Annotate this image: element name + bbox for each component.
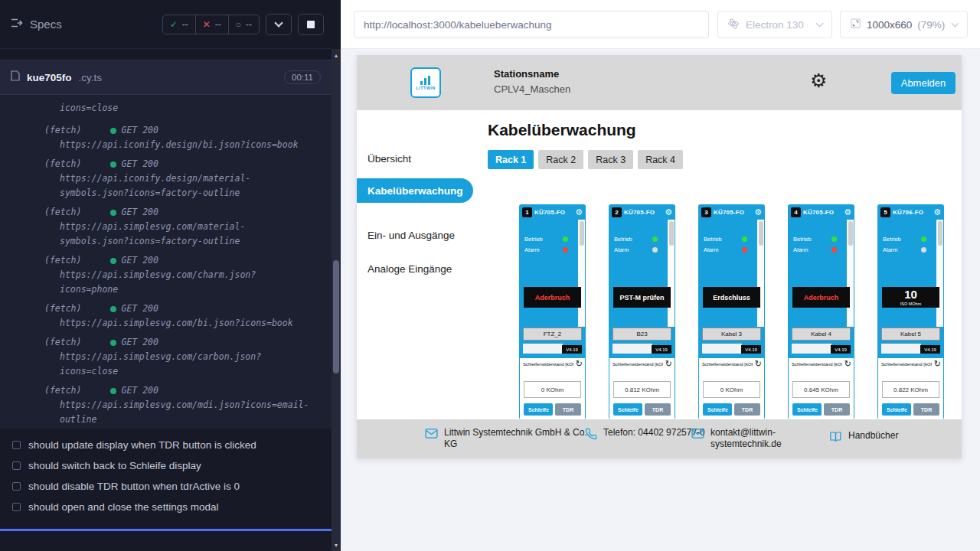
nav-kabelueberwachung[interactable]: Kabelüberwachung — [357, 178, 473, 203]
tdr-button[interactable]: TDR — [913, 403, 939, 416]
reporter-controls: ✓-- ✕-- ○-- — [162, 14, 324, 35]
measurement-label: Schleifenwiderstand [kOhm] — [792, 362, 842, 367]
collapse-all-button[interactable] — [266, 14, 292, 35]
file-icon — [11, 70, 20, 84]
status-display: PST-M prüfen — [613, 287, 671, 308]
reporter-scrollbar[interactable]: ▲ ▼ — [332, 49, 341, 551]
schleife-button[interactable]: Schleife — [613, 403, 642, 416]
refresh-icon[interactable]: ↻ — [934, 360, 941, 368]
display-field — [881, 344, 921, 354]
screen: Specs ✓-- ✕-- ○-- kue705fo.cy.ts 00:11 i… — [0, 0, 980, 551]
refresh-icon[interactable]: ↻ — [576, 360, 583, 368]
nav-analoge-eingaenge[interactable]: Analoge Eingänge — [357, 258, 473, 279]
status-display: Aderbruch — [524, 287, 581, 308]
test-list: should update display when TDR button is… — [0, 429, 332, 529]
schleife-button[interactable]: Schleife — [882, 403, 911, 416]
tab-rack-1[interactable]: Rack 1 — [488, 150, 534, 169]
alarm-led — [831, 247, 837, 253]
test-item[interactable]: should update display when TDR button is… — [12, 439, 319, 451]
device-name: KÜ705-FO — [714, 209, 752, 216]
test-item[interactable]: should disable TDR button when tdrActive… — [12, 481, 319, 492]
alarm-led — [742, 247, 747, 253]
card-scrollbar[interactable] — [668, 220, 675, 327]
specs-label: Specs — [30, 18, 62, 31]
card-scrollbar[interactable] — [757, 220, 764, 327]
command-log: icons=close (fetch)GET 200 https://api.i… — [0, 95, 332, 429]
measurement-panel: Schleifenwiderstand [kOhm] ↻ 0 KOhm Schl… — [520, 358, 585, 419]
stop-run-button[interactable] — [298, 14, 324, 35]
logout-button[interactable]: Abmelden — [891, 72, 956, 94]
card-scrollbar[interactable] — [936, 220, 943, 327]
betrieb-led — [652, 236, 658, 242]
log-entry[interactable]: (fetch)GET 200 https://api.iconify.desig… — [0, 157, 332, 201]
pending-count: ○-- — [228, 15, 259, 34]
status-dot-icon — [110, 306, 116, 312]
refresh-icon[interactable]: ↻ — [755, 360, 762, 368]
firmware-version: V4.19 — [652, 345, 671, 354]
scrollbar-thumb[interactable] — [333, 260, 339, 373]
settings-gear-icon[interactable]: ⚙ — [810, 71, 827, 90]
log-entry[interactable]: (fetch)GET 200 https://api.simplesvg.com… — [0, 302, 332, 331]
measurement-label: Schleifenwiderstand [kOhm] — [612, 362, 663, 367]
card-gear-icon[interactable]: ⚙ — [754, 208, 762, 217]
reporter-scroll-indicator[interactable] — [0, 529, 332, 531]
scroll-down-icon[interactable]: ▼ — [332, 539, 341, 551]
card-gear-icon[interactable]: ⚙ — [844, 208, 851, 217]
spec-file[interactable]: kue705fo.cy.ts 00:11 — [0, 60, 332, 95]
zoom-level: (79%) — [917, 19, 945, 31]
specs-menu[interactable]: Specs — [11, 18, 62, 31]
app-header: LITTWIN Stationsname CPLV4_Maschen ⚙ Abm… — [357, 55, 962, 110]
test-item[interactable]: should switch back to Schleife display — [12, 460, 319, 471]
test-item[interactable]: should open and close the settings modal — [12, 501, 319, 513]
schleife-button[interactable]: Schleife — [792, 403, 822, 416]
littwin-logo: LITTWIN — [410, 67, 441, 98]
test-state-icon — [12, 482, 21, 491]
firmware-version: V4.19 — [741, 345, 761, 354]
log-entry[interactable]: (fetch)GET 200 https://api.simplesvg.com… — [0, 335, 332, 379]
status-dot-icon — [110, 258, 116, 264]
status-dot-icon — [110, 128, 116, 134]
circle-icon: ○ — [236, 20, 241, 29]
tab-rack-2[interactable]: Rack 2 — [538, 150, 583, 169]
tdr-button[interactable]: TDR — [555, 403, 581, 416]
tdr-button[interactable]: TDR — [645, 403, 671, 416]
tab-rack-3[interactable]: Rack 3 — [588, 150, 633, 169]
log-entry[interactable]: (fetch)GET 200 https://api.iconify.desig… — [0, 123, 332, 152]
test-state-icon — [12, 503, 21, 511]
refresh-icon[interactable]: ↻ — [844, 360, 851, 368]
refresh-icon[interactable]: ↻ — [665, 360, 672, 368]
card-scrollbar[interactable] — [578, 220, 585, 327]
card-gear-icon[interactable]: ⚙ — [933, 208, 941, 217]
betrieb-led — [831, 236, 837, 242]
nav-uebersicht[interactable]: Übersicht — [357, 148, 473, 169]
viewport-size-select[interactable]: 1000x660 (79%) — [840, 11, 968, 38]
schleife-button[interactable]: Schleife — [703, 403, 732, 416]
resistance-value: 0.645 KOhm — [792, 381, 850, 398]
tdr-button[interactable]: TDR — [824, 403, 850, 416]
url-input[interactable] — [354, 11, 709, 38]
log-entry[interactable]: (fetch)GET 200 https://api.simplesvg.com… — [0, 253, 332, 297]
tab-rack-4[interactable]: Rack 4 — [638, 150, 683, 169]
chevron-down-icon — [274, 18, 283, 27]
log-entry[interactable]: (fetch)GET 200 https://api.simplesvg.com… — [0, 205, 332, 249]
device-name: KÜ705-FO — [624, 209, 662, 216]
scroll-up-icon[interactable]: ▲ — [332, 49, 341, 61]
nav-ein-und-ausgaenge[interactable]: Ein- und Ausgänge — [357, 224, 473, 246]
check-icon: ✓ — [170, 20, 178, 29]
status-dot-icon — [110, 161, 116, 168]
tdr-button[interactable]: TDR — [734, 403, 760, 416]
log-entry[interactable]: icons=close — [0, 101, 332, 116]
cable-name: Kabel 5 — [881, 328, 940, 341]
mail-icon — [425, 428, 438, 442]
log-entry[interactable]: (fetch)GET 200 https://api.simplesvg.com… — [0, 383, 332, 427]
footer-manuals[interactable]: Handbücher — [829, 430, 898, 446]
browser-select[interactable]: Electron 130 — [717, 11, 832, 38]
schleife-button[interactable]: Schleife — [524, 403, 553, 416]
footer-email[interactable]: kontakt@littwin-systemtechnik.de — [691, 427, 802, 450]
card-gear-icon[interactable]: ⚙ — [665, 208, 672, 217]
card-gear-icon[interactable]: ⚙ — [575, 208, 583, 217]
card-scrollbar[interactable] — [847, 220, 854, 327]
test-state-icon — [12, 461, 21, 470]
specs-menu-icon — [11, 18, 23, 31]
cable-name: Kabel 3 — [702, 328, 761, 341]
